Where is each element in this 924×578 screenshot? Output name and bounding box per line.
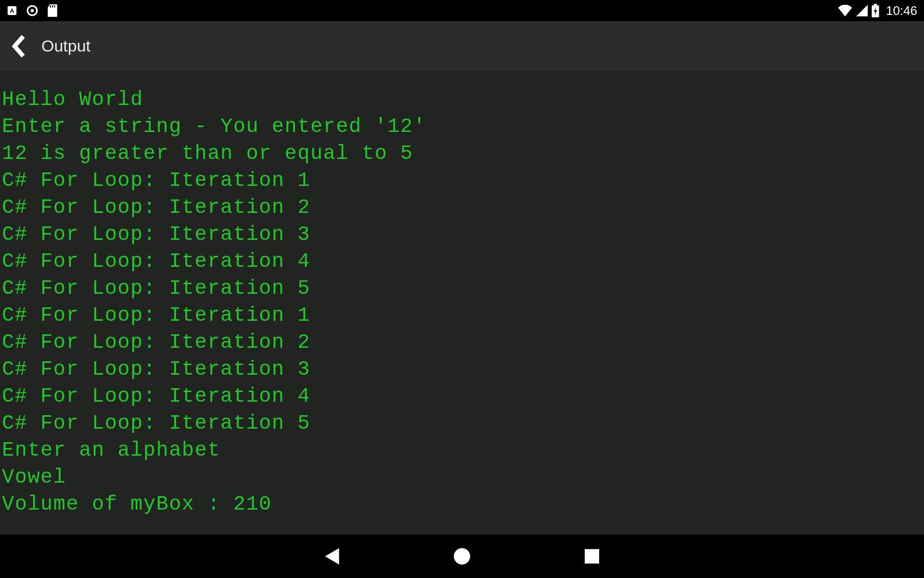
page-title: Output bbox=[41, 37, 90, 55]
output-line: C# For Loop: Iteration 1 bbox=[2, 167, 922, 194]
svg-point-3 bbox=[31, 9, 34, 13]
status-clock: 10:46 bbox=[886, 3, 917, 18]
output-line: C# For Loop: Iteration 5 bbox=[2, 410, 922, 437]
chevron-left-icon bbox=[12, 35, 25, 57]
svg-point-9 bbox=[454, 548, 470, 565]
output-line: Enter a string - You entered '12' bbox=[2, 113, 922, 140]
battery-charging-icon bbox=[872, 4, 879, 17]
nav-back-button[interactable] bbox=[322, 547, 342, 566]
output-line: Enter an alphabet bbox=[2, 437, 922, 464]
output-line: Vowel bbox=[2, 464, 922, 491]
app-bar: Output bbox=[0, 21, 924, 71]
output-line: C# For Loop: Iteration 2 bbox=[2, 329, 922, 356]
nav-home-button[interactable] bbox=[452, 547, 472, 566]
output-line: C# For Loop: Iteration 3 bbox=[2, 221, 922, 248]
output-line: C# For Loop: Iteration 4 bbox=[2, 248, 922, 275]
output-line: C# For Loop: Iteration 4 bbox=[2, 383, 922, 410]
svg-rect-5 bbox=[52, 5, 53, 7]
svg-rect-6 bbox=[54, 5, 55, 7]
output-line: Volume of myBox : 210 bbox=[2, 491, 922, 518]
wifi-icon bbox=[838, 5, 852, 16]
output-line: C# For Loop: Iteration 5 bbox=[2, 275, 922, 302]
output-line: C# For Loop: Iteration 1 bbox=[2, 302, 922, 329]
status-left: A bbox=[7, 4, 58, 17]
circle-icon bbox=[26, 4, 38, 17]
output-line: C# For Loop: Iteration 2 bbox=[2, 194, 922, 221]
output-line: 12 is greater than or equal to 5 bbox=[2, 140, 922, 167]
status-bar: A 10:46 bbox=[0, 0, 924, 21]
output-line: Hello World bbox=[2, 86, 922, 113]
svg-text:A: A bbox=[10, 7, 14, 14]
output-area: Hello WorldEnter a string - You entered … bbox=[0, 71, 924, 535]
cell-signal-icon bbox=[856, 5, 868, 16]
circle-home-icon bbox=[454, 548, 470, 565]
sd-card-icon bbox=[47, 4, 58, 17]
navigation-bar bbox=[0, 535, 924, 578]
nav-recents-button[interactable] bbox=[582, 547, 602, 566]
status-right: 10:46 bbox=[838, 3, 917, 18]
triangle-back-icon bbox=[325, 548, 339, 565]
back-button[interactable] bbox=[9, 33, 28, 59]
output-line: C# For Loop: Iteration 3 bbox=[2, 356, 922, 383]
keyboard-icon: A bbox=[7, 5, 17, 16]
svg-rect-10 bbox=[585, 549, 599, 564]
square-recents-icon bbox=[585, 549, 599, 564]
svg-rect-8 bbox=[874, 4, 877, 5]
svg-rect-4 bbox=[50, 5, 51, 7]
